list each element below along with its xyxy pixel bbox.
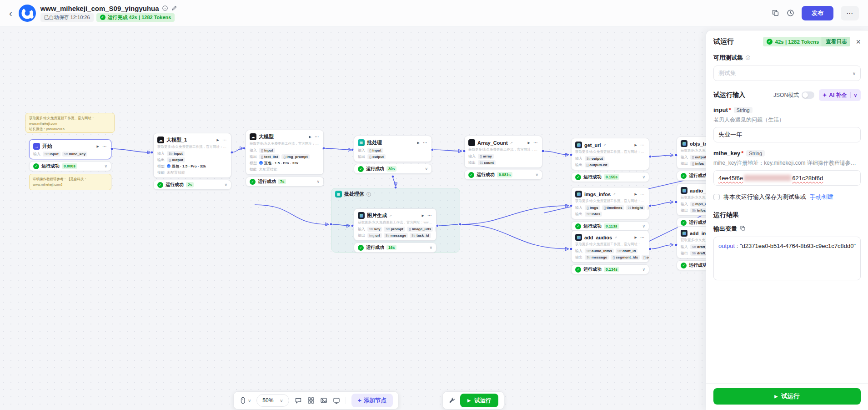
chevron-down-icon: ∨ [224,182,227,187]
node-card[interactable]: add_audios ↗ ▶ ⋯获取更多/永久免费更新工作流，官方网址：www.… [571,230,649,263]
node-run-icon[interactable]: ▶ [309,135,311,139]
layout-icon[interactable] [307,397,315,404]
node-run-icon[interactable]: ▶ [635,143,637,147]
play-icon: ▶ [774,394,778,399]
json-mode-toggle[interactable] [802,91,814,99]
input-field[interactable] [713,127,861,142]
node-run-icon[interactable]: ▶ [528,141,530,145]
node-more-icon[interactable]: ⋯ [640,235,645,240]
node-status[interactable]: ✓ 运行成功2s ∨ [153,180,231,190]
node-more-icon[interactable]: ⋯ [640,142,645,147]
mihe-key-field[interactable]: 4ee45f6e 621c28bf6d [713,170,861,186]
node-card[interactable]: ☁ 大模型_1 ▶ ⋯获取更多/永久免费更新工作流，官方网址：www.mihek… [153,133,231,178]
input-section-title: 试运行输入 [713,91,745,99]
node-run-icon[interactable]: ▶ [97,145,99,148]
node-run-icon[interactable]: ▶ [635,236,637,239]
node-more-icon[interactable]: ⋯ [315,134,320,139]
node-status[interactable]: ✓ 运行成功0.134s ∨ [571,264,649,274]
node-card[interactable]: → 开始 ▶ ⋯输入StrinputStrmihe_key [29,139,111,159]
test-run-button[interactable]: ▶ 试运行 [713,388,861,405]
node-more-icon[interactable]: ⋯ [640,192,645,197]
pointer-mode-button[interactable]: ∨ [239,397,251,404]
node-more-icon[interactable]: ⋯ [423,140,428,145]
node-llm_1[interactable]: ☁ 大模型_1 ▶ ⋯获取更多/永久免费更新工作流，官方网址：www.mihek… [153,133,231,190]
node-llm[interactable]: ☁ 大模型 ▶ ⋯获取更多/永久免费更新工作流，官方网址：www.mihekej… [246,130,324,187]
view-log-link[interactable]: 查看日志 [822,37,850,46]
comment-icon[interactable] [295,397,302,404]
app-logo[interactable] [19,5,36,22]
node-status[interactable]: ✓ 运行成功0.000s ∨ [29,161,111,171]
field-desc: mihe_key注册地址：key.mihekeji.com 详细操作教程请参… [713,159,861,167]
info-icon[interactable] [162,5,168,11]
node-status[interactable]: ✓ 运行成功30s ∨ [354,164,432,174]
close-icon[interactable]: × [856,38,861,46]
node-desc: 获取更多/永久免费更新工作流，官方网址：www.mihekeji.co… [572,242,649,247]
node-run-icon[interactable]: ▶ [417,141,420,145]
img-icon [575,234,582,241]
row-label: 输入 [250,148,257,153]
node-run-icon[interactable]: ▶ [422,214,424,218]
ai-complete-button[interactable]: ✦ AI 补全 ∨ [819,89,861,101]
success-check-icon: ✓ [358,166,364,172]
node-title: Array_Count [477,140,508,146]
external-link-icon: ↗ [614,236,617,239]
more-button[interactable]: ⋯ [841,6,859,20]
node-status[interactable]: ✓ 运行成功0.155s ∨ [571,172,649,182]
success-check-icon: ✓ [681,263,687,268]
node-card[interactable]: 图片生成 ↗ ▶ ⋯获取更多/永久免费更新工作流，官方网址：www.miheke… [354,208,437,241]
node-batch[interactable]: ▦ 批处理 ▶ ⋯输入{}input输出{}output ✓ 运行成功30s ∨ [354,136,432,174]
frame-icon[interactable] [333,397,340,404]
var-chip: Strprompt [384,227,405,232]
node-status[interactable]: ✓ 运行成功0.081s ∨ [464,170,542,180]
zoom-select[interactable]: 50% ∨ [256,394,289,407]
image-icon[interactable] [320,397,327,404]
node-status[interactable]: ✓ 运行成功16s ∨ [354,243,437,253]
add-node-button[interactable]: + 添加节点 [351,394,393,407]
node-title: 批处理 [367,139,382,146]
node-status[interactable]: ✓ 运行成功7s ∨ [246,177,324,187]
node-imgs_infos[interactable]: imgs_infos ↗ ▶ ⋯获取更多/永久免费更新工作流，官方网址：www.… [571,187,649,231]
node-more-icon[interactable]: ⋯ [533,140,538,145]
copy-icon[interactable] [740,225,746,233]
node-more-icon[interactable]: ⋯ [222,137,227,142]
canvas-run-button[interactable]: ▶ 试运行 [460,394,498,407]
wrench-icon[interactable] [448,397,456,404]
node-more-icon[interactable]: ⋯ [427,213,432,218]
chevron-down-icon: ∨ [642,175,645,179]
manual-create-link[interactable]: 手动创建 [810,193,833,201]
node-note: 详细操作教程请参考：【觅合科技：www.mihekeji.com】 [29,174,111,190]
node-add_audios[interactable]: add_audios ↗ ▶ ⋯获取更多/永久免费更新工作流，官方网址：www.… [571,230,649,274]
node-run-icon[interactable]: ▶ [635,192,637,196]
node-status[interactable]: ✓ 运行成功0.113s ∨ [571,221,649,231]
save-testset-checkbox[interactable] [713,194,720,200]
history-icon[interactable] [787,9,794,17]
model-value: 豆包 · 1.5 · Pro · 32k [259,161,298,166]
node-array_count[interactable]: Array_Count ↗ ▶ ⋯获取更多/永久免费更新工作流，官方网址：www… [464,136,542,180]
external-link-icon: ↗ [603,143,606,147]
canvas-toolbar: ∨ 50% ∨ + 添加节点 [233,391,399,410]
copy-icon[interactable] [772,9,779,17]
output-box[interactable]: output : "d2371ea0-b514-4764-8b93-c9ec1c… [713,237,861,280]
edit-icon[interactable] [171,5,177,11]
model-value: 豆包 · 1.5 · Pro · 32k [167,164,206,169]
success-check-icon: ✓ [250,179,256,185]
node-get_url[interactable]: get_url ↗ ▶ ⋯获取更多/永久免费更新工作流，官方网址：www.mih… [571,138,649,182]
testset-select[interactable]: 测试集 ∨ [713,66,861,81]
success-check-icon: ✓ [575,267,581,273]
node-card[interactable]: ▦ 批处理 ▶ ⋯输入{}input输出{}output [354,136,432,162]
var-chip: Strinfos [690,208,707,213]
node-img_gen[interactable]: 图片生成 ↗ ▶ ⋯获取更多/永久免费更新工作流，官方网址：www.miheke… [354,208,437,253]
row-label: 输出 [575,162,583,167]
node-card[interactable]: get_url ↗ ▶ ⋯获取更多/永久免费更新工作流，官方网址：www.mih… [571,138,649,170]
node-card[interactable]: imgs_infos ↗ ▶ ⋯获取更多/永久免费更新工作流，官方网址：www.… [571,187,649,219]
success-check-icon: ✓ [575,174,581,180]
node-start[interactable]: → 开始 ▶ ⋯输入StrinputStrmihe_key ✓ 运行成功0.00… [29,139,111,190]
node-more-icon[interactable]: ⋯ [102,144,107,149]
node-card[interactable]: ☁ 大模型 ▶ ⋯获取更多/永久免费更新工作流，官方网址：www.mihekej… [246,130,324,175]
back-button[interactable]: ‹ [9,9,12,18]
node-run-icon[interactable]: ▶ [217,138,219,142]
node-desc: 获取更多/永久免费更新工作流，官方网址：www.mihekeji.co… [572,150,649,154]
publish-button[interactable]: 发布 [802,6,833,20]
node-card[interactable]: Array_Count ↗ ▶ ⋯获取更多/永久免费更新工作流，官方网址：www… [464,136,542,168]
row-label: 输出 [575,255,583,260]
